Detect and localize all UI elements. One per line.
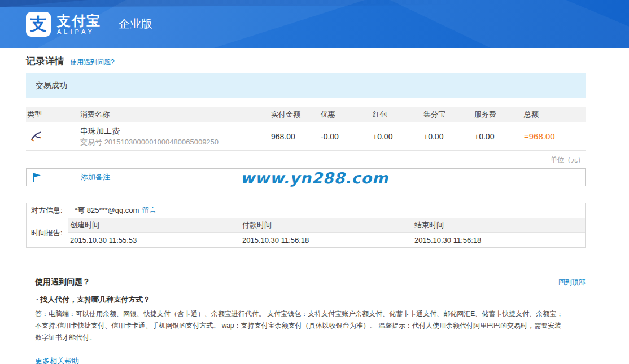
trade-number-label: 交易号 <box>80 138 102 146</box>
back-to-top-link[interactable]: 回到顶部 <box>558 278 586 287</box>
col-header-paid: 实付金额 <box>270 109 320 120</box>
faq-question-text: 找人代付，支持哪几种支付方式？ <box>40 295 150 304</box>
col-header-redpacket: 红包 <box>372 109 422 120</box>
info-table: 对方信息: *弯 825***@qq.com 留言 时间报告: 创建时间 付款时… <box>26 203 586 248</box>
brand-divider <box>110 15 110 33</box>
edition-label: 企业版 <box>119 16 152 32</box>
alipay-logo-char: 支 <box>30 16 47 33</box>
transaction-type-icon <box>29 131 42 142</box>
faq-answer: 答：电脑端：可以使用余额、网银、快捷支付（含卡通）、余额宝进行代付。 支付宝钱包… <box>35 308 586 344</box>
brand-text: 支付宝 ALIPAY <box>57 14 101 35</box>
time-report-row: 时间报告: 创建时间 付款时间 结束时间 2015.10.30 11:55:53… <box>27 218 585 247</box>
paid-time-value: 2015.10.30 11:56:18 <box>241 236 413 244</box>
trade-number-value: 2015103000001000480065009250 <box>104 138 219 146</box>
message-link[interactable]: 留言 <box>142 205 156 216</box>
created-time-value: 2015.10.30 11:55:53 <box>68 236 241 244</box>
trade-number: 交易号 2015103000001000480065009250 <box>80 137 270 147</box>
add-note-box: 添加备注 <box>26 168 586 186</box>
party-info-label: 对方信息: <box>27 203 68 218</box>
col-header-servicefee: 服务费 <box>473 109 523 120</box>
brand-name-en: ALIPAY <box>57 28 101 35</box>
time-table-header: 创建时间 付款时间 结束时间 <box>68 218 585 233</box>
total-amount: =968.00 <box>523 131 586 141</box>
time-report-label: 时间报告: <box>27 218 68 247</box>
alipay-logo-icon: 支 <box>26 12 51 37</box>
col-header-total: 总额 <box>523 109 586 120</box>
col-header-discount: 优惠 <box>320 109 372 120</box>
col-header-jifenbao: 集分宝 <box>422 109 473 120</box>
paid-time-header: 付款时间 <box>241 220 413 230</box>
paid-amount: 968.00 <box>270 132 320 141</box>
table-row: 串珠加工费 交易号 2015103000001000480065009250 9… <box>26 122 586 151</box>
party-info-row: 对方信息: *弯 825***@qq.com 留言 <box>27 203 585 218</box>
more-help-link[interactable]: 更多相关帮助 <box>35 356 79 364</box>
jifenbao-amount: +0.00 <box>422 132 473 141</box>
col-header-name: 消费名称 <box>79 109 270 120</box>
bullet: · <box>36 295 38 304</box>
transaction-table-header: 类型 消费名称 实付金额 优惠 红包 集分宝 服务费 总额 <box>26 107 586 122</box>
flag-icon <box>33 173 41 182</box>
finished-time-header: 结束时间 <box>413 220 585 230</box>
servicefee-amount: +0.00 <box>473 132 523 141</box>
time-table-values: 2015.10.30 11:55:53 2015.10.30 11:56:18 … <box>68 233 585 247</box>
brand-name-cn: 支付宝 <box>57 14 101 28</box>
help-link[interactable]: 使用遇到问题? <box>70 58 115 67</box>
page-title: 记录详情 <box>26 55 64 68</box>
col-header-type: 类型 <box>26 109 79 120</box>
faq-question: ·找人代付，支持哪几种支付方式？ <box>35 295 586 305</box>
discount-amount: -0.00 <box>320 132 372 141</box>
transaction-table: 类型 消费名称 实付金额 优惠 红包 集分宝 服务费 总额 串珠加工费 交易 <box>26 107 586 151</box>
add-note-link[interactable]: 添加备注 <box>81 172 110 182</box>
faq-title: 使用遇到问题？ <box>35 277 90 287</box>
redpacket-amount: +0.00 <box>372 132 422 141</box>
party-info-value: *弯 825***@qq.com <box>75 205 139 216</box>
unit-note: 单位（元） <box>26 155 586 165</box>
top-banner: 支 支付宝 ALIPAY 企业版 <box>0 0 629 48</box>
created-time-header: 创建时间 <box>68 220 241 230</box>
status-banner: 交易成功 <box>26 73 586 98</box>
consume-name: 串珠加工费 <box>80 126 270 136</box>
faq-section: 使用遇到问题？ 回到顶部 ·找人代付，支持哪几种支付方式？ 答：电脑端：可以使用… <box>35 277 586 364</box>
finished-time-value: 2015.10.30 11:56:18 <box>413 236 585 244</box>
